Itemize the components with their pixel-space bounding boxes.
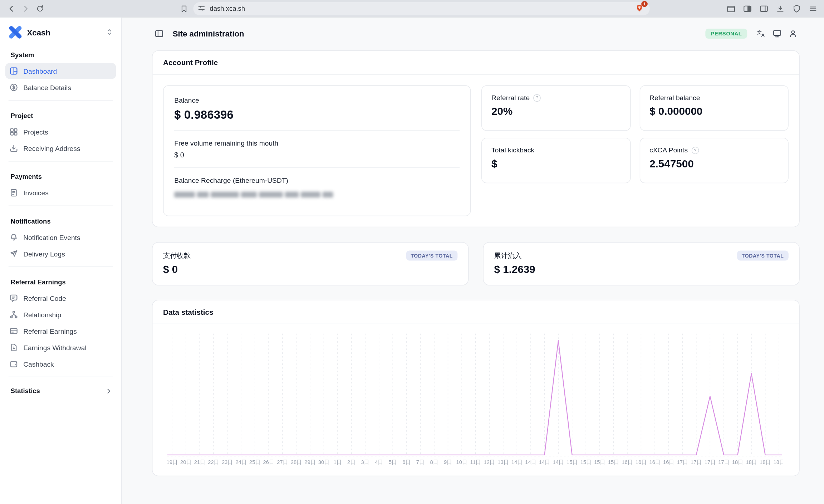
svg-text:4日: 4日 [375,459,383,465]
svg-text:16日: 16日 [649,459,660,465]
sidebar-item-label: Relationship [23,310,61,318]
data-statistics-title: Data statistics [152,300,799,324]
svg-text:25日: 25日 [249,459,260,465]
recharge-address-blurred[interactable] [174,192,333,197]
stat-label: cXCA Points [649,146,688,154]
free-volume-label: Free volume remaining this mouth [174,139,460,147]
sidebar-divider [9,206,113,206]
inflow-total-card: 累计流入 TODAY'S TOTAL $ 1.2639 [483,242,799,285]
browser-toolbar: dash.xca.sh 1 [0,0,824,18]
sidebar-toggle-icon[interactable] [152,26,166,40]
url-text: dash.xca.sh [210,5,245,12]
sidebar-item-cashback[interactable]: Cashback [5,356,116,372]
svg-text:17日: 17日 [677,459,688,465]
sidebar-item-relationship[interactable]: Relationship [5,307,116,322]
balance-value: $ 0.986396 [174,108,460,122]
sidebar-item-receiving-address[interactable]: Receiving Address [5,140,116,156]
address-bar[interactable]: dash.xca.sh 1 [193,2,649,15]
main-content: Site administration PERSONAL 文A Account … [122,18,824,504]
split-view-icon[interactable] [741,2,754,15]
svg-text:14日: 14日 [553,459,564,465]
svg-text:1日: 1日 [333,459,342,465]
svg-text:15日: 15日 [580,459,592,465]
brave-shields-button[interactable]: 1 [634,3,646,14]
sidebar-item-statistics[interactable]: Statistics [5,383,116,399]
sidebar-item-label: Balance Details [23,83,71,91]
sidebar: Xcash SystemDashboardBalance DetailsProj… [0,18,122,504]
svg-text:14日: 14日 [511,459,523,465]
svg-text:10日: 10日 [456,459,467,465]
payments-total-label: 支付收款 [163,251,191,260]
sidebar-panel-icon[interactable] [757,2,770,15]
stat-label: Referral rate [491,94,530,102]
sidebar-item-projects[interactable]: Projects [5,124,116,140]
sidebar-item-earnings-withdrawal[interactable]: Earnings Withdrawal [5,339,116,355]
browser-window: dash.xca.sh 1 Xcash SystemDashboardBal [0,0,824,504]
svg-text:24日: 24日 [235,459,246,465]
workspace-switcher-icon[interactable] [106,28,114,36]
wallet-icon[interactable] [725,2,737,15]
sidebar-item-notification-events[interactable]: Notification Events [5,229,116,245]
balance-label: Balance [174,96,460,104]
stat-card-total-kickback: Total kickback$ [481,138,631,183]
svg-text:12日: 12日 [484,459,495,465]
svg-text:23日: 23日 [222,459,233,465]
chevron-right-icon [105,387,113,395]
stat-value: 20% [491,106,621,118]
sidebar-item-referral-earnings[interactable]: Referral Earnings [5,323,116,339]
svg-text:30日: 30日 [318,459,329,465]
brand-name: Xcash [27,28,101,37]
sidebar-nav: SystemDashboardBalance DetailsProjectPro… [0,44,121,382]
sidebar-section-system: System [0,44,121,62]
rewards-shield-icon[interactable] [790,2,803,15]
svg-text:26日: 26日 [263,459,274,465]
sidebar-section-notifications: Notifications [0,211,121,229]
svg-text:14日: 14日 [525,459,536,465]
svg-text:15日: 15日 [566,459,578,465]
main-header: Site administration PERSONAL 文A [152,22,800,45]
account-profile-body: Balance $ 0.986396 Free volume remaining… [152,75,799,227]
svg-text:18日: 18日 [746,459,757,465]
sidebar-item-dashboard[interactable]: Dashboard [5,63,116,79]
app-frame: Xcash SystemDashboardBalance DetailsProj… [0,18,824,504]
bookmark-icon[interactable] [177,2,190,15]
sidebar-item-label: Dashboard [23,67,57,75]
forward-icon[interactable] [19,2,32,15]
send-icon [10,249,18,258]
stat-value: $ [491,158,621,170]
sidebar-item-delivery-logs[interactable]: Delivery Logs [5,246,116,261]
svg-text:13日: 13日 [497,459,509,465]
sidebar-item-balance-details[interactable]: Balance Details [5,79,116,95]
account-icon[interactable] [786,26,799,40]
language-icon[interactable]: 文A [754,26,768,40]
sidebar-item-invoices[interactable]: Invoices [5,185,116,201]
site-settings-icon[interactable] [197,4,206,13]
sidebar-section-referral-earnings: Referral Earnings [0,272,121,290]
help-icon[interactable]: ? [691,146,699,154]
inflow-total-value: $ 1.2639 [494,263,789,275]
svg-text:20日: 20日 [180,459,191,465]
balance-card: Balance $ 0.986396 Free volume remaining… [163,85,471,216]
chat-tag-icon [10,294,18,303]
sidebar-item-referral-code[interactable]: Referral Code [5,290,116,306]
todays-total-badge: TODAY'S TOTAL [406,250,457,260]
stat-card-referral-balance: Referral balance$ 0.000000 [639,85,789,131]
sidebar-item-label: Receiving Address [23,144,80,152]
downloads-icon[interactable] [774,2,786,15]
data-statistics-card: Data statistics 19日20日21日22日23日24日25日26日… [152,300,800,476]
menu-icon[interactable] [806,2,819,15]
reload-icon[interactable] [33,2,46,15]
xcash-logo-icon [9,25,22,39]
sidebar-section-statistics-label: Statistics [11,387,40,395]
card-icon [10,327,18,336]
grid-icon [10,128,18,136]
totals-row: 支付收款 TODAY'S TOTAL $ 0 累计流入 TODAY'S TOTA… [152,242,800,285]
account-stats-grid: Referral rate?20%Referral balance$ 0.000… [481,85,789,216]
todays-total-badge: TODAY'S TOTAL [737,250,789,260]
display-icon[interactable] [770,26,784,40]
sidebar-section-project: Project [0,106,121,123]
line-chart: 19日20日21日22日23日24日25日26日27日28日29日30日1日2日… [166,331,783,467]
back-icon[interactable] [5,2,18,15]
help-icon[interactable]: ? [533,94,541,102]
svg-text:15日: 15日 [594,459,605,465]
